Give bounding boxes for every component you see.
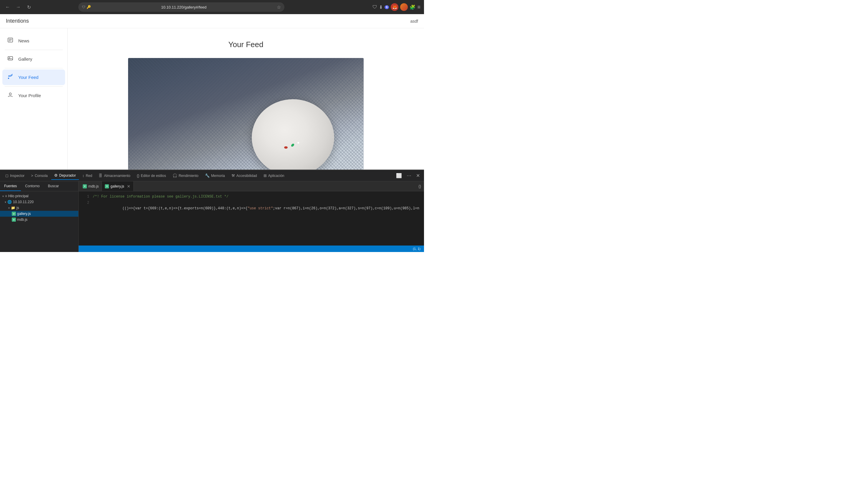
devtools-actions: ⬜ ⋯ ✕ <box>394 172 422 180</box>
buscar-label: Buscar <box>48 184 59 188</box>
feed-icon <box>7 74 14 81</box>
devtools-tabs: ◻ Inspector > Consola ⚙ Depurador ↕ Red … <box>0 170 424 181</box>
sidebar-divider-2 <box>5 68 63 68</box>
food-element-3 <box>297 142 299 144</box>
chevron-icon-js: ▾ <box>8 206 10 210</box>
globe-icon: 🌐 <box>7 200 12 204</box>
tree-item-mdb-js[interactable]: V mdb.js <box>0 217 78 222</box>
gallery-icon <box>7 55 14 63</box>
code-line-2: 2 (()=>{var t={669:(t,e,n)=>{t.exports=n… <box>78 200 424 218</box>
accessibility-icon: ⚒ <box>231 174 235 178</box>
debugger-panel: Fuentes Contorno Buscar ▾ ≡ Hilo princip… <box>0 181 424 252</box>
devtools-tab-style-editor[interactable]: {} Editor de estilos <box>134 172 169 180</box>
sidebar-item-gallery[interactable]: Gallery <box>0 51 68 67</box>
tree-label-gallery-js: gallery.js <box>17 212 31 216</box>
code-tab-gallery-label: gallery.js <box>110 184 124 188</box>
devtools-close-button[interactable]: ✕ <box>414 172 422 180</box>
lock-icon: 🔑 <box>87 5 91 9</box>
line-content-1: /*! For license information please see g… <box>93 194 229 200</box>
performance-tab-label: Rendimiento <box>179 174 198 178</box>
contorno-label: Contorno <box>25 184 39 188</box>
sources-tab-contorno[interactable]: Contorno <box>21 181 43 191</box>
sources-tab-buscar[interactable]: Buscar <box>44 181 63 191</box>
bookmark-icon[interactable]: ☆ <box>277 4 281 10</box>
code-statusbar: (1, 1) <box>78 246 424 252</box>
position-label: (1, 1) <box>413 247 420 251</box>
pretty-print-button[interactable]: {} <box>417 183 423 190</box>
profile-avatar[interactable]: 🦊 <box>391 3 398 11</box>
app-title: Intentions <box>6 18 29 24</box>
network-tab-label: Red <box>86 174 92 178</box>
folder-icon: 📁 <box>11 206 15 210</box>
refresh-button[interactable]: ↻ <box>25 3 33 11</box>
sidebar-news-label: News <box>18 38 30 43</box>
tree-item-host[interactable]: ▾ 🌐 10.10.11.220 <box>0 199 78 205</box>
accessibility-tab-label: Accesibilidad <box>236 174 257 178</box>
devtools-tab-storage[interactable]: 🗄 Almacenamiento <box>96 172 133 180</box>
shield-icon[interactable]: 🛡 <box>373 4 377 10</box>
devtools-dock-button[interactable]: ⬜ <box>394 172 404 180</box>
debugger-icon: ⚙ <box>54 173 58 178</box>
tree-label-hilo: Hilo principal <box>8 194 29 198</box>
sidebar-profile-label: Your Profile <box>18 93 41 98</box>
performance-icon: 🎧 <box>173 174 177 178</box>
url-text: 10.10.11.220/gallery#/feed <box>93 5 274 10</box>
storage-tab-label: Almacenamiento <box>104 174 130 178</box>
devtools-tab-memory[interactable]: 🔧 Memoria <box>202 172 228 180</box>
sidebar-item-your-feed[interactable]: Your Feed <box>2 70 65 85</box>
plate-area <box>246 93 340 169</box>
tree-item-gallery-js[interactable]: V gallery.js <box>0 211 78 217</box>
devtools-more-button[interactable]: ⋯ <box>405 172 413 180</box>
devtools-tab-debugger[interactable]: ⚙ Depurador <box>51 171 79 180</box>
food-element-1 <box>284 146 288 149</box>
vue-icon-gallery-tab: V <box>105 184 109 188</box>
devtools-tab-application[interactable]: ⊞ Aplicación <box>260 172 287 180</box>
forward-button[interactable]: → <box>14 3 22 11</box>
account-avatar[interactable] <box>400 3 408 11</box>
back-button[interactable]: ← <box>3 3 12 11</box>
devtools-tab-performance[interactable]: 🎧 Rendimiento <box>169 172 201 180</box>
security-icon: 🛡 <box>82 5 85 9</box>
devtools-tab-inspector[interactable]: ◻ Inspector <box>2 172 28 180</box>
download-icon[interactable]: ⬇ <box>379 4 383 10</box>
sidebar: News Gallery <box>0 28 68 169</box>
devtools-tab-accessibility[interactable]: ⚒ Accesibilidad <box>229 172 260 180</box>
news-icon <box>7 37 14 44</box>
sidebar-item-your-profile[interactable]: Your Profile <box>0 88 68 103</box>
feed-image <box>128 58 364 169</box>
browser-actions: 🛡 ⬇ 6 🦊 🧩 ≡ <box>373 3 420 11</box>
vue-icon-gallery: V <box>12 212 16 216</box>
extensions-icon[interactable]: 🧩 <box>410 4 415 10</box>
style-editor-tab-label: Editor de estilos <box>141 174 166 178</box>
browser-chrome: ← → ↻ 🛡 🔑 10.10.11.220/gallery#/feed ☆ 🛡… <box>0 0 424 14</box>
devtools: ◻ Inspector > Consola ⚙ Depurador ↕ Red … <box>0 169 424 252</box>
sources-tabs: Fuentes Contorno Buscar <box>0 181 78 191</box>
tree-item-hilo-principal[interactable]: ▾ ≡ Hilo principal <box>0 193 78 199</box>
sidebar-gallery-label: Gallery <box>18 56 32 61</box>
sources-tree: ▾ ≡ Hilo principal ▾ 🌐 10.10.11.220 ▾ 📁 <box>0 191 78 252</box>
sources-tab-fuentes[interactable]: Fuentes <box>0 181 21 191</box>
menu-icon[interactable]: ≡ <box>417 4 420 10</box>
debugger-tab-label: Depurador <box>59 174 76 178</box>
tree-item-js-folder[interactable]: ▾ 📁 js <box>0 205 78 211</box>
devtools-tab-console[interactable]: > Consola <box>28 172 51 180</box>
inspector-icon: ◻ <box>5 174 8 178</box>
storage-icon: 🗄 <box>98 174 103 178</box>
tree-label-mdb-js: mdb.js <box>17 218 28 222</box>
code-editor[interactable]: 1 /*! For license information please see… <box>78 191 424 246</box>
vue-icon-mdb: V <box>12 218 16 222</box>
application-icon: ⊞ <box>264 174 267 178</box>
code-tab-close-button[interactable]: ✕ <box>127 184 130 189</box>
tree-label-host: 10.10.11.220 <box>13 200 34 204</box>
address-bar[interactable]: 🛡 🔑 10.10.11.220/gallery#/feed ☆ <box>78 2 285 12</box>
svg-point-6 <box>8 78 9 79</box>
devtools-tab-network[interactable]: ↕ Red <box>79 172 95 180</box>
code-line-1: 1 /*! For license information please see… <box>78 194 424 200</box>
code-tab-mdb-js[interactable]: V mdb.js <box>80 181 102 191</box>
line-content-2: (()=>{var t={669:(t,e,n)=>{t.exports=n(6… <box>93 200 419 217</box>
sidebar-item-news[interactable]: News <box>0 33 68 49</box>
code-tab-gallery-js[interactable]: V gallery.js ✕ <box>102 181 133 191</box>
network-icon: ↕ <box>83 174 85 178</box>
main-layout: News Gallery <box>0 28 424 169</box>
svg-rect-4 <box>8 56 13 60</box>
